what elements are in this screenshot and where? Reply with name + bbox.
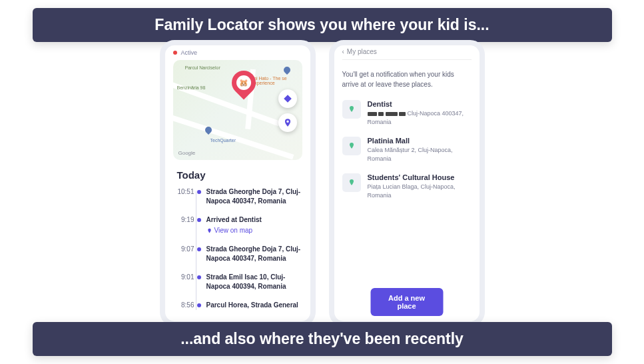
timeline-time: 9:07 (176, 245, 194, 253)
banner-bottom: ...and also where they've been recently (33, 322, 612, 356)
redacted-text (378, 112, 384, 116)
status-bar: Active (173, 48, 302, 60)
locate-button[interactable] (278, 113, 297, 132)
place-title: Students' Cultural House (368, 173, 472, 181)
directions-icon (283, 94, 292, 103)
timeline-item[interactable]: 10:51 Strada Gheorghe Doja 7, Cluj-Napoc… (176, 187, 302, 206)
status-text: Active (181, 49, 198, 56)
place-item[interactable]: Dentist Cluj-Napoca 400347, Romania (342, 100, 472, 126)
timeline-item[interactable]: 8:56 Parcul Horea, Strada General (176, 301, 302, 310)
place-item[interactable]: Platinia Mall Calea Mănăștur 2, Cluj-Nap… (342, 137, 472, 163)
chevron-left-icon[interactable]: ‹ (342, 48, 344, 55)
map-view[interactable]: Parcul Narciselor Benzinăria 98 TechQuar… (173, 60, 302, 160)
timeline-dot-icon (197, 218, 201, 222)
directions-button[interactable] (278, 89, 297, 108)
timeline-text: Strada Gheorghe Doja 7, Cluj-Napoca 4003… (206, 245, 302, 263)
view-on-map-link[interactable]: View on map (206, 226, 302, 235)
redacted-text (368, 112, 377, 116)
place-title: Platinia Mall (368, 137, 472, 145)
place-pin-icon (342, 173, 361, 192)
add-place-button[interactable]: Add a new place (370, 288, 443, 316)
redacted-text (399, 112, 406, 116)
place-pin-icon (342, 100, 361, 119)
timeline-item[interactable]: 9:19 Arrived at Dentist View on map (176, 215, 302, 235)
map-label-tech: TechQuarter (210, 138, 236, 143)
timeline-text: Strada Emil Isac 10, Cluj-Napoca 400394,… (206, 273, 302, 291)
places-note: You'll get a notification when your kids… (342, 69, 472, 89)
place-address: Piața Lucian Blaga, Cluj-Napoca, Romania (368, 183, 472, 199)
map-label-poi: shi Hato - The se Experience (252, 76, 302, 85)
timeline-dot-icon (197, 190, 201, 194)
timeline-text: Strada Gheorghe Doja 7, Cluj-Napoca 4003… (206, 187, 302, 206)
place-address: Cluj-Napoca 400347, Romania (368, 109, 472, 126)
phones-row: Active Parcul Narciselor Benzinăria 98 T… (160, 40, 485, 327)
timeline-dot-icon (197, 275, 201, 279)
map-label-park: Parcul Narciselor (185, 65, 220, 70)
timeline-time: 9:19 (176, 215, 194, 223)
place-item[interactable]: Students' Cultural House Piața Lucian Bl… (342, 173, 472, 199)
timeline-text: Parcul Horea, Strada General (206, 301, 302, 310)
timeline-item[interactable]: 9:07 Strada Gheorghe Doja 7, Cluj-Napoca… (176, 245, 302, 263)
phone-timeline: Active Parcul Narciselor Benzinăria 98 T… (160, 40, 316, 327)
places-header: ‹ My places (342, 48, 472, 60)
timeline-item[interactable]: 9:01 Strada Emil Isac 10, Cluj-Napoca 40… (176, 273, 302, 291)
kid-location-pin[interactable]: 🐹 (232, 71, 256, 95)
timeline-text: Arrived at Dentist (206, 215, 302, 225)
banner-top: Family Locator shows you where your kid … (33, 8, 612, 42)
phone-places: ‹ My places You'll get a notification wh… (329, 40, 485, 327)
map-pin-icon (282, 65, 291, 75)
active-dot-icon (173, 51, 177, 55)
timeline-list: 10:51 Strada Gheorghe Doja 7, Cluj-Napoc… (173, 187, 302, 310)
timeline-heading: Today (177, 169, 302, 181)
timeline-time: 10:51 (176, 187, 194, 195)
place-title: Dentist (368, 100, 472, 108)
place-pin-icon (342, 137, 361, 155)
place-address: Calea Mănăștur 2, Cluj-Napoca, Romania (368, 146, 472, 163)
timeline-dot-icon (197, 303, 201, 307)
timeline-time: 9:01 (176, 273, 194, 281)
timeline-dot-icon (197, 247, 201, 251)
map-icon (206, 228, 212, 234)
location-pin-icon (283, 118, 292, 127)
timeline-time: 8:56 (176, 301, 194, 309)
map-label-gas: Benzinăria 98 (177, 85, 206, 90)
redacted-text (386, 112, 398, 116)
google-attribution: Google (178, 150, 196, 156)
